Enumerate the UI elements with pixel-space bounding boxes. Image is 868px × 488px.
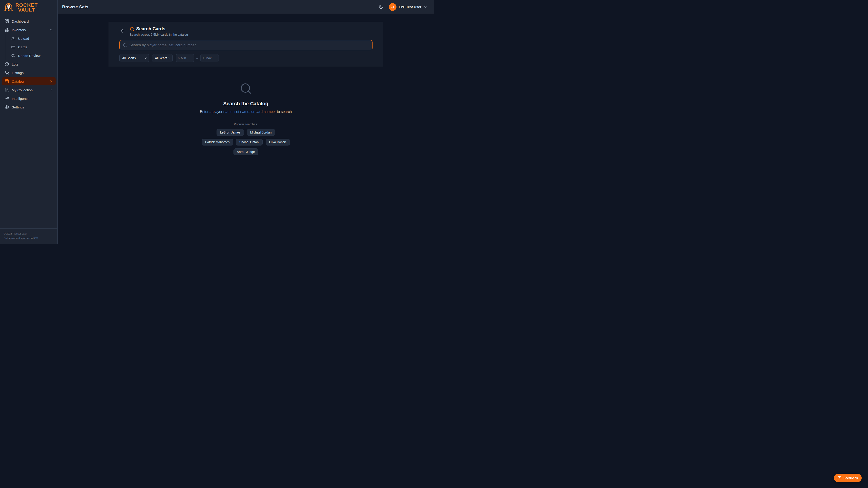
sidebar-item-label: Upload [18,37,53,40]
chevron-down-icon [167,57,170,60]
sport-select-value: All Sports [122,56,136,60]
popular-searches-label: Popular searches: [234,123,258,126]
shopping-cart-icon [4,70,9,75]
search-box [119,40,373,51]
sidebar-item-label: Needs Review [18,54,53,58]
search-icon [130,27,134,31]
year-select-value: All Years [155,56,167,60]
popular-search-chip[interactable]: Patrick Mahomes [202,139,233,145]
rocket-logo-icon [4,2,13,13]
chevron-down-icon [424,5,427,9]
empty-state: Search the Catalog Enter a player name, … [58,82,434,155]
search-icon [123,43,127,47]
sidebar-item-label: Intelligence [12,97,53,101]
sidebar-item-label: Cards [18,45,53,49]
sidebar: ROCKET VAULT Dashboard Inventory [0,0,58,244]
theme-toggle-button[interactable] [377,3,385,11]
trending-up-icon [4,96,9,101]
popular-search-chip[interactable]: Shohei Ohtani [236,139,263,145]
content-area: Search Cards Search across 6.5M+ cards i… [58,14,434,244]
sidebar-item-upload[interactable]: Upload [8,34,56,42]
avatar: ET [389,3,397,11]
card-icon [11,45,16,49]
search-icon [240,82,252,95]
filters-row: All Sports All Years $ [119,54,373,62]
sidebar-item-label: My Collection [12,88,46,92]
panel-title-row: Search Cards [130,26,188,31]
panel-subtitle: Search across 6.5M+ cards in the catalog [130,33,188,36]
tagline-text: Data-powered sports card OS [4,236,54,240]
chevron-down-icon [49,28,53,32]
package-icon [4,62,9,66]
database-icon [4,79,9,84]
sidebar-item-cards[interactable]: Cards [8,43,56,51]
sidebar-item-dashboard[interactable]: Dashboard [2,17,56,25]
panel-titles: Search Cards Search across 6.5M+ cards i… [130,26,188,36]
arrow-left-icon [120,29,125,33]
sidebar-item-catalog[interactable]: Catalog [2,77,56,86]
brand-logo[interactable]: ROCKET VAULT [0,0,57,14]
topbar: Browse Sets ET E2E Test User [58,0,434,14]
brand-wordmark: ROCKET VAULT [16,3,38,12]
library-icon [4,88,9,92]
upload-icon [11,36,16,40]
eye-icon [11,54,16,58]
topbar-actions: ET E2E Test User [377,3,427,11]
app-root: ROCKET VAULT Dashboard Inventory [0,0,434,244]
sidebar-item-label: Inventory [12,28,46,32]
sport-select[interactable]: All Sports [119,54,149,62]
back-button[interactable] [119,28,126,34]
sidebar-item-inventory[interactable]: Inventory [2,26,56,34]
sidebar-item-label: Dashboard [12,20,53,23]
max-price-field: $ [200,54,219,62]
min-price-field: $ [176,54,194,62]
sidebar-item-intelligence[interactable]: Intelligence [2,94,56,103]
panel-title: Search Cards [136,26,165,31]
chevron-right-icon [49,88,53,92]
year-select[interactable]: All Years [152,54,173,62]
search-input[interactable] [119,40,373,51]
min-price-input[interactable] [181,56,191,60]
sidebar-item-label: Listings [12,71,53,75]
empty-state-title: Search the Catalog [223,101,268,107]
popular-search-chips: LeBron James Michael Jordan Patrick Maho… [201,129,291,155]
sidebar-item-listings[interactable]: Listings [2,69,56,77]
max-price-input[interactable] [206,56,216,60]
dashboard-icon [4,19,9,24]
popular-search-chip[interactable]: LeBron James [217,129,244,136]
sidebar-item-label: Settings [12,105,53,109]
range-separator: – [196,57,198,60]
sidebar-item-needs-review[interactable]: Needs Review [8,52,56,60]
main-column: Browse Sets ET E2E Test User [58,0,434,244]
dollar-sign: $ [203,57,204,60]
popular-search-chip[interactable]: Michael Jordan [247,129,275,136]
sidebar-item-settings[interactable]: Settings [2,103,56,111]
sidebar-footer: © 2025 Rocket Vault Data-powered sports … [0,228,57,244]
sidebar-item-lots[interactable]: Lots [2,60,56,68]
popular-search-chip[interactable]: Luka Doncic [266,139,290,145]
user-name: E2E Test User [399,5,421,9]
copyright-text: © 2025 Rocket Vault [4,231,54,236]
panel-header: Search Cards Search across 6.5M+ cards i… [119,26,373,36]
user-menu[interactable]: ET E2E Test User [389,3,427,11]
popular-search-chip[interactable]: Aaron Judge [234,149,258,155]
dollar-sign: $ [178,57,180,60]
sidebar-item-label: Catalog [12,79,46,84]
search-cards-panel: Search Cards Search across 6.5M+ cards i… [108,22,383,67]
boxes-icon [4,28,9,32]
empty-state-subtitle: Enter a player name, set name, or card n… [200,110,291,114]
chevron-down-icon [144,57,147,60]
sidebar-item-my-collection[interactable]: My Collection [2,86,56,94]
chevron-right-icon [49,79,53,83]
sidebar-item-label: Lots [12,62,53,66]
gear-icon [4,105,9,109]
sidebar-nav: Dashboard Inventory Upload [0,14,57,111]
moon-icon [379,4,383,9]
page-title: Browse Sets [62,4,88,9]
inventory-sub-list: Upload Cards Needs Review [6,34,56,60]
